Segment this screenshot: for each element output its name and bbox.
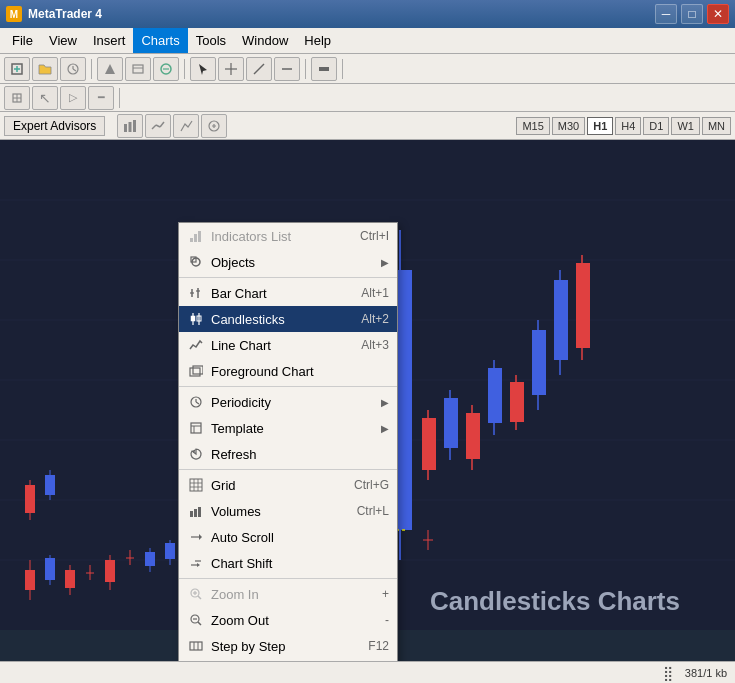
svg-rect-85: [191, 316, 195, 321]
menu-bar-chart[interactable]: Bar Chart Alt+1: [179, 280, 397, 306]
menu-foreground-chart[interactable]: Foreground Chart: [179, 358, 397, 384]
tf-w1[interactable]: W1: [671, 117, 700, 135]
tf-h4[interactable]: H4: [615, 117, 641, 135]
svg-marker-106: [199, 534, 202, 540]
svg-rect-20: [133, 120, 136, 132]
menu-candlesticks[interactable]: Candlesticks Alt+2: [179, 306, 397, 332]
menu-refresh[interactable]: Refresh: [179, 441, 397, 467]
menu-chartshift[interactable]: Chart Shift: [179, 550, 397, 576]
refresh-icon: [187, 445, 205, 463]
tf-m15[interactable]: M15: [516, 117, 549, 135]
grid-label: Grid: [211, 478, 348, 493]
toolbar-open[interactable]: [32, 57, 58, 81]
maximize-button[interactable]: □: [681, 4, 703, 24]
zoomin-icon: [187, 585, 205, 603]
ea-icon2[interactable]: [145, 114, 171, 138]
objects-icon: [187, 253, 205, 271]
svg-rect-75: [190, 238, 193, 242]
svg-rect-62: [466, 413, 480, 459]
tf-m30[interactable]: M30: [552, 117, 585, 135]
menu-indicators-list[interactable]: Indicators List Ctrl+I: [179, 223, 397, 249]
ea-icon1[interactable]: [117, 114, 143, 138]
svg-rect-89: [193, 366, 203, 374]
menu-bar: File View Insert Charts Tools Window Hel…: [0, 28, 735, 54]
periodicity-icon: [187, 393, 205, 411]
svg-rect-102: [190, 511, 193, 517]
toolbar-chart-shift[interactable]: [311, 57, 337, 81]
volumes-label: Volumes: [211, 504, 351, 519]
indicators-icon: [187, 227, 205, 245]
sep1: [91, 59, 92, 79]
expert-bar: Expert Advisors M15 M30 H1 H4 D1 W1 MN: [0, 112, 735, 140]
menu-tools[interactable]: Tools: [188, 28, 234, 53]
menu-autoscroll[interactable]: Auto Scroll: [179, 524, 397, 550]
stepbystep-label: Step by Step: [211, 639, 362, 654]
menu-line-chart[interactable]: Line Chart Alt+3: [179, 332, 397, 358]
svg-rect-46: [145, 552, 155, 566]
zoomin-label: Zoom In: [211, 587, 376, 602]
menu-periodicity[interactable]: Periodicity ▶: [179, 389, 397, 415]
menu-view[interactable]: View: [41, 28, 85, 53]
bar-chart-icon: [187, 284, 205, 302]
menu-insert[interactable]: Insert: [85, 28, 134, 53]
menu-zoomout[interactable]: Zoom Out -: [179, 607, 397, 633]
toolbar2-btn1[interactable]: [4, 86, 30, 110]
menu-charts[interactable]: Charts: [133, 28, 187, 53]
autoscroll-icon: [187, 528, 205, 546]
svg-line-92: [196, 402, 199, 404]
toolbar-btn4[interactable]: [97, 57, 123, 81]
close-button[interactable]: ✕: [707, 4, 729, 24]
svg-rect-19: [129, 122, 132, 132]
menu-stepbystep[interactable]: Step by Step F12: [179, 633, 397, 659]
menu-objects[interactable]: Objects ▶: [179, 249, 397, 275]
menu-template[interactable]: Template ▶: [179, 415, 397, 441]
candlesticks-shortcut: Alt+2: [361, 312, 389, 326]
toolbar-btn6[interactable]: [153, 57, 179, 81]
dropdown-menu: Indicators List Ctrl+I Objects ▶: [178, 222, 398, 661]
toolbar2-btn4[interactable]: ━: [88, 86, 114, 110]
svg-rect-6: [133, 65, 143, 73]
zoomout-label: Zoom Out: [211, 613, 379, 628]
menu-window[interactable]: Window: [234, 28, 296, 53]
toolbar-line[interactable]: [246, 57, 272, 81]
menu-help[interactable]: Help: [296, 28, 339, 53]
menu-volumes[interactable]: Volumes Ctrl+L: [179, 498, 397, 524]
menu-zoomin[interactable]: Zoom In +: [179, 581, 397, 607]
svg-rect-38: [65, 570, 75, 588]
tf-d1[interactable]: D1: [643, 117, 669, 135]
ea-icon3[interactable]: [173, 114, 199, 138]
sep2: [179, 386, 397, 387]
svg-rect-48: [165, 543, 175, 559]
toolbar2-btn3[interactable]: ▷: [60, 86, 86, 110]
toolbar2-btn2[interactable]: ↖: [32, 86, 58, 110]
toolbar-hline[interactable]: [274, 57, 300, 81]
svg-rect-76: [194, 234, 197, 242]
svg-rect-60: [444, 398, 458, 448]
volumes-shortcut: Ctrl+L: [357, 504, 389, 518]
svg-line-21: [152, 125, 156, 129]
svg-rect-18: [124, 124, 127, 132]
menu-grid[interactable]: Grid Ctrl+G: [179, 472, 397, 498]
svg-rect-97: [190, 479, 202, 491]
svg-line-12: [254, 64, 264, 74]
title-controls: ─ □ ✕: [655, 4, 729, 24]
zoomout-icon: [187, 611, 205, 629]
toolbar-new[interactable]: [4, 57, 30, 81]
app-title: MetaTrader 4: [28, 7, 102, 21]
svg-rect-72: [576, 263, 590, 348]
foreground-icon: [187, 362, 205, 380]
sep3: [305, 59, 306, 79]
objects-label: Objects: [211, 255, 375, 270]
tf-mn[interactable]: MN: [702, 117, 731, 135]
svg-marker-96: [192, 449, 196, 453]
tf-h1[interactable]: H1: [587, 117, 613, 135]
toolbar-btn5[interactable]: [125, 57, 151, 81]
minimize-button[interactable]: ─: [655, 4, 677, 24]
toolbar-crosshair[interactable]: [218, 57, 244, 81]
toolbar-btn3[interactable]: [60, 57, 86, 81]
expert-advisors-btn[interactable]: Expert Advisors: [4, 116, 105, 136]
menu-file[interactable]: File: [4, 28, 41, 53]
toolbar-cursor[interactable]: [190, 57, 216, 81]
periodicity-label: Periodicity: [211, 395, 375, 410]
ea-icon4[interactable]: [201, 114, 227, 138]
